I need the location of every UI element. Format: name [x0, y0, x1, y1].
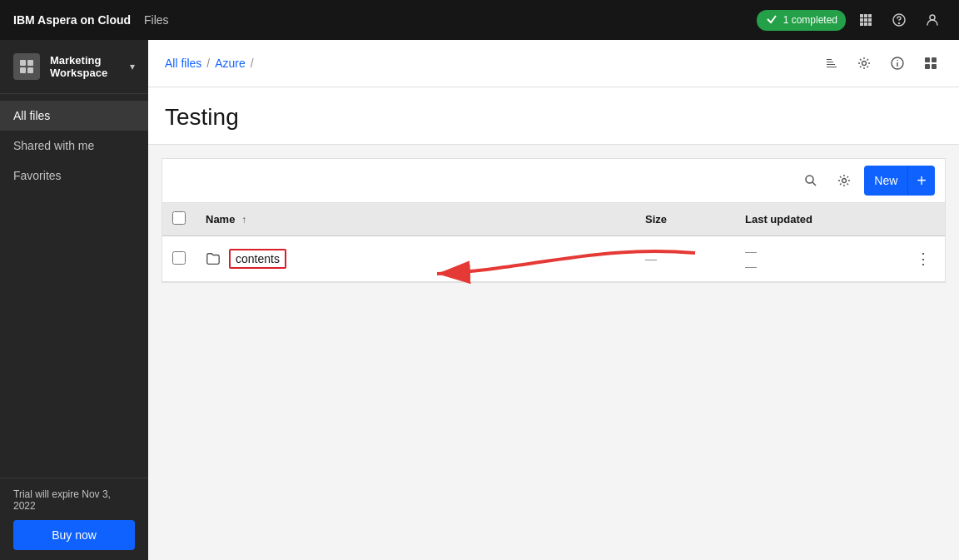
new-button[interactable]: New +: [864, 166, 935, 196]
sidebar-nav: All files Shared with me Favorites: [0, 94, 148, 478]
svg-line-25: [812, 182, 816, 186]
workspace-header[interactable]: Marketing Workspace ▾: [0, 40, 148, 94]
topnav-right: 1 completed: [757, 7, 946, 33]
svg-point-11: [930, 15, 935, 20]
table-wrapper: Name ↑ Size Last updated: [162, 203, 945, 282]
svg-rect-14: [20, 67, 26, 73]
apps-grid-button[interactable]: [852, 7, 879, 33]
name-column-label: Name: [206, 213, 235, 225]
select-all-checkbox[interactable]: [172, 211, 186, 225]
size-value: —: [645, 252, 657, 265]
sort-icon: ↑: [241, 214, 246, 225]
svg-point-10: [899, 23, 900, 24]
completed-label: 1 completed: [783, 14, 837, 26]
svg-rect-8: [868, 22, 872, 26]
name-column-header[interactable]: Name ↑: [196, 203, 635, 236]
info-button[interactable]: [886, 52, 909, 75]
sidebar-item-shared-with-me[interactable]: Shared with me: [0, 131, 148, 161]
help-button[interactable]: [886, 7, 912, 33]
main-layout: Marketing Workspace ▾ All files Shared w…: [0, 40, 959, 560]
checkmark-icon: [765, 12, 778, 28]
nav-section: Files: [144, 13, 169, 27]
new-button-label: New: [864, 166, 908, 196]
filter-settings-button[interactable]: [831, 167, 857, 194]
row-checkbox-cell[interactable]: [162, 236, 196, 282]
svg-rect-23: [932, 64, 937, 69]
topnav-left: IBM Aspera on Cloud Files: [13, 13, 169, 27]
row-last-updated-cell: — —: [735, 236, 902, 282]
folder-icon: [206, 251, 221, 266]
breadcrumb-bar: All files / Azure /: [148, 40, 959, 87]
file-table-container: New +: [161, 158, 946, 283]
breadcrumb-sep-1: /: [206, 57, 210, 70]
last-updated-value: — —: [745, 245, 892, 273]
file-name-cell: contents: [206, 249, 625, 269]
svg-rect-15: [27, 67, 33, 73]
favorites-label: Favorites: [13, 169, 62, 182]
view-toggle-button[interactable]: [919, 52, 942, 75]
all-files-label: All files: [13, 109, 50, 122]
svg-rect-3: [860, 18, 863, 22]
sidebar-footer: Trial will expire Nov 3, 2022 Buy now: [0, 478, 148, 560]
sidebar: Marketing Workspace ▾ All files Shared w…: [0, 40, 148, 560]
new-button-plus: +: [908, 166, 935, 196]
trial-text: Trial will expire Nov 3, 2022: [13, 488, 135, 512]
last-updated-column-header: Last updated: [735, 203, 902, 236]
page-title: Testing: [165, 104, 942, 131]
settings-button[interactable]: [852, 52, 876, 75]
svg-point-26: [842, 179, 847, 183]
table-header-row: Name ↑ Size Last updated: [162, 203, 945, 236]
svg-rect-4: [864, 18, 867, 22]
breadcrumb-all-files[interactable]: All files: [165, 57, 201, 70]
workspace-name: Marketing Workspace: [50, 54, 120, 79]
row-size-cell: —: [635, 236, 735, 282]
select-all-header[interactable]: [162, 203, 196, 236]
last-updated-column-label: Last updated: [745, 213, 812, 225]
file-table-area: New +: [148, 145, 959, 560]
svg-rect-12: [20, 60, 26, 66]
content-area: All files / Azure /: [148, 40, 959, 560]
row-overflow-menu-button[interactable]: ⋮: [912, 247, 935, 270]
chevron-down-icon: ▾: [130, 61, 135, 72]
last-updated-line1: —: [745, 245, 892, 258]
workspace-icon: [13, 53, 40, 80]
svg-point-16: [862, 62, 867, 66]
sidebar-item-all-files[interactable]: All files: [0, 101, 148, 131]
svg-rect-5: [868, 18, 872, 22]
row-name-cell: contents: [196, 236, 635, 282]
file-name-text[interactable]: contents: [229, 249, 286, 269]
svg-rect-7: [864, 22, 867, 26]
brand-name: IBM Aspera on Cloud: [13, 13, 131, 27]
completed-badge[interactable]: 1 completed: [757, 10, 846, 31]
svg-rect-22: [925, 64, 930, 69]
actions-column-header: [902, 203, 945, 236]
table-toolbar: New +: [162, 159, 945, 203]
svg-point-24: [806, 176, 813, 183]
svg-rect-20: [925, 57, 930, 62]
user-profile-button[interactable]: [919, 7, 946, 33]
row-checkbox[interactable]: [172, 251, 186, 265]
page-header: Testing: [148, 87, 959, 145]
buy-now-button[interactable]: Buy now: [13, 520, 135, 550]
sort-options-button[interactable]: [819, 52, 842, 75]
svg-rect-1: [864, 14, 867, 17]
top-navigation: IBM Aspera on Cloud Files 1 completed: [0, 0, 959, 40]
search-button[interactable]: [798, 167, 824, 194]
svg-point-19: [897, 60, 897, 61]
row-actions-cell[interactable]: ⋮: [902, 236, 945, 282]
breadcrumb-actions: [819, 52, 942, 75]
file-browser: All files / Azure /: [148, 40, 959, 560]
last-updated-line2: —: [745, 260, 892, 273]
sidebar-item-favorites[interactable]: Favorites: [0, 161, 148, 191]
svg-rect-6: [860, 22, 863, 26]
size-column-header: Size: [635, 203, 735, 236]
breadcrumb: All files / Azure /: [165, 57, 254, 70]
svg-rect-2: [868, 14, 872, 17]
size-column-label: Size: [645, 213, 667, 225]
breadcrumb-azure[interactable]: Azure: [215, 57, 246, 70]
shared-with-me-label: Shared with me: [13, 139, 94, 152]
file-table: Name ↑ Size Last updated: [162, 203, 945, 282]
svg-rect-0: [860, 14, 863, 17]
table-row: contents — — —: [162, 236, 945, 282]
svg-rect-13: [27, 60, 33, 66]
